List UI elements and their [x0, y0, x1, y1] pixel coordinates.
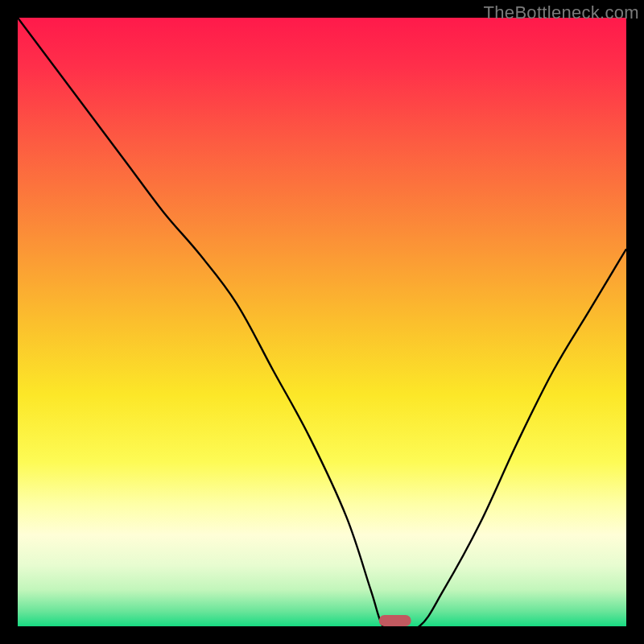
- gradient-background: [18, 18, 626, 626]
- chart-frame: TheBottleneck.com: [0, 0, 644, 644]
- optimal-marker: [379, 615, 411, 626]
- watermark-text: TheBottleneck.com: [484, 2, 639, 23]
- plot-area: [18, 18, 626, 626]
- chart-canvas: [18, 18, 626, 626]
